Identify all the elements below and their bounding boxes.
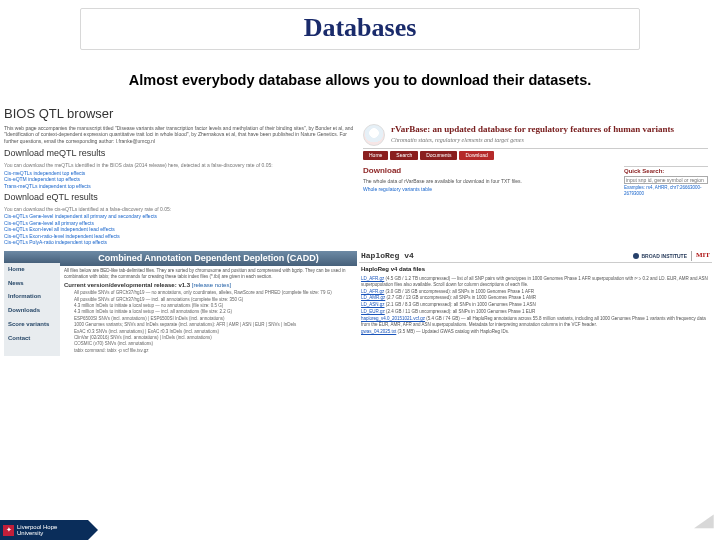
bios-links2: Cis-eQTLs Gene-level independent all pri… xyxy=(4,213,357,246)
bios-link[interactable]: Cis-eQTLs PolyA-ratio independent top ef… xyxy=(4,239,357,246)
cadd-intro: All files below are BED-like tab-delimit… xyxy=(64,268,353,280)
rvar-search-input[interactable] xyxy=(624,176,708,184)
bios-heading: BIOS QTL browser xyxy=(4,106,357,123)
title-card: Databases xyxy=(80,8,640,50)
rvar-logo-icon xyxy=(363,124,385,146)
rvar-nav-home[interactable]: Home xyxy=(363,151,388,160)
haplo-link[interactable]: gwas_04.2025.txt xyxy=(361,329,396,334)
haplo-line: gwas_04.2025.txt (3.5 MB) — Updated GWAS… xyxy=(361,329,710,335)
cadd-item: 1000 Genomes variants; SNVs and InDels s… xyxy=(74,322,353,328)
rvar-header: rVarBase: an updated database for regula… xyxy=(363,124,708,149)
haplo-link[interactable]: LD_AMR.gz xyxy=(361,295,385,300)
broad-logo-icon: BROAD INSTITUTE xyxy=(633,253,687,260)
cadd-menu-downloads[interactable]: Downloads xyxy=(4,304,60,318)
rvar-dl-link[interactable]: Whole regulatory variants table xyxy=(363,186,618,193)
cadd-item: All possible SNVs of GRCh37/hg19 — incl.… xyxy=(74,297,353,303)
bios-qtl-panel: BIOS QTL browser This web page accompani… xyxy=(4,106,357,249)
haplo-line: haploreg_v4.0_20151021.vcf.gz (5.4 GB / … xyxy=(361,316,710,328)
haplo-link[interactable]: LD_ASN.gz xyxy=(361,302,385,307)
rvar-dl-heading: Download xyxy=(363,166,618,176)
bios-sec2-sub: You can download the cis-eQTLs identifie… xyxy=(4,206,357,213)
cadd-title: Combined Annotation Dependent Depletion … xyxy=(60,251,357,267)
haplo-line: LD_EUR.gz (2.4 GB / 11 GB uncompressed):… xyxy=(361,309,710,315)
rvarbase-panel: rVarBase: an updated database for regula… xyxy=(359,106,712,249)
bios-link[interactable]: Trans-meQTLs independent top effects xyxy=(4,183,357,190)
haplo-line: LD_AMR.gz (2.7 GB / 13 GB uncompressed):… xyxy=(361,295,710,301)
bios-intro: This web page accompanies the manuscript… xyxy=(4,125,357,145)
rvar-nav: Home Search Documents Download xyxy=(363,151,708,160)
page-title: Databases xyxy=(81,13,639,43)
cadd-item: ExAC r0.3 SNVs (incl. annotations) | ExA… xyxy=(74,329,353,335)
haplo-link[interactable]: haploreg_v4.0_20151021.vcf.gz xyxy=(361,316,425,321)
haplo-link[interactable]: LD_EUR.gz xyxy=(361,309,385,314)
cadd-menu-score[interactable]: Score variants xyxy=(4,318,60,332)
haploreg-panel: HaploReg v4 BROAD INSTITUTE MIT HaploReg… xyxy=(359,251,712,356)
crest-icon: ✦ xyxy=(3,525,14,536)
cadd-item: 4.3 million InDels to initiate a local s… xyxy=(74,309,353,315)
haplo-line: LD_AFR.gz (4.5 GB / 1.2 TB uncompressed)… xyxy=(361,276,710,288)
rvar-nav-search[interactable]: Search xyxy=(390,151,418,160)
screenshot-grid: BIOS QTL browser This web page accompani… xyxy=(0,106,720,356)
rvar-title: rVarBase: an updated database for regula… xyxy=(391,124,674,136)
rvar-dl-text: The whole data of rVarBase are available… xyxy=(363,178,618,185)
cadd-menu-information[interactable]: Information xyxy=(4,290,60,304)
cadd-release-notes-link[interactable]: [release notes] xyxy=(192,282,231,288)
cadd-item: COSMIC (v70) SNVs (incl. annotations) xyxy=(74,341,353,347)
cadd-panel: Home News Information Downloads Score va… xyxy=(4,251,357,356)
haplo-header: HaploReg v4 BROAD INSTITUTE MIT xyxy=(359,251,712,263)
cadd-menu-contact[interactable]: Contact xyxy=(4,332,60,346)
rvar-quicksearch-label: Quick Search: xyxy=(624,166,708,176)
bios-sec1-sub: You can download the meQTLs identified i… xyxy=(4,162,357,169)
bios-links1: Cis-meQTLs independent top effects Cis-e… xyxy=(4,170,357,190)
cadd-menu-home[interactable]: Home xyxy=(4,263,60,277)
bios-sec2: Download eQTL results xyxy=(4,192,357,204)
haplo-link[interactable]: LD_AFR.gz xyxy=(361,276,384,281)
cadd-sidebar: Home News Information Downloads Score va… xyxy=(4,251,60,356)
cadd-item: tabix command: tabix -p vcf file.tsv.gz xyxy=(74,348,353,354)
cadd-item: 4.3 million InDels to initiate a local s… xyxy=(74,303,353,309)
cadd-item: ClinVar (02/2016) SNVs (incl. annotation… xyxy=(74,335,353,341)
page-subtitle: Almost everybody database allows you to … xyxy=(0,72,720,88)
liverpool-hope-logo: ✦ Liverpool Hope University xyxy=(0,520,88,540)
slide-corner-icon: ◢ xyxy=(694,510,714,532)
haplo-name: HaploReg v4 xyxy=(361,251,414,261)
rvar-body: Download The whole data of rVarBase are … xyxy=(363,166,708,197)
haplo-section: HaploReg v4 data files xyxy=(361,266,710,274)
rvar-subtitle: Chromatin states, regulatory elements an… xyxy=(391,137,674,145)
haplo-line: LD_AFR.gz (3.0 GB / 18 GB uncompressed):… xyxy=(361,289,710,295)
rvar-nav-documents[interactable]: Documents xyxy=(420,151,457,160)
rvar-examples: Examples: rs4, AHRR, chr7:26663000-26793… xyxy=(624,185,708,197)
footer: ✦ Liverpool Hope University xyxy=(0,518,720,540)
bios-sec1: Download meQTL results xyxy=(4,148,357,160)
cadd-release: Current version/developmental release: v… xyxy=(64,282,353,290)
rvar-nav-download[interactable]: Download xyxy=(459,151,493,160)
mit-logo-icon: MIT xyxy=(691,251,710,260)
cadd-item: ESP6500SI SNVs (incl. annotations) | ESP… xyxy=(74,316,353,322)
cadd-file-list: All possible SNVs of GRCh37/hg19 — no an… xyxy=(64,290,353,353)
haplo-line: LD_ASN.gz (2.1 GB / 8.3 GB uncompressed)… xyxy=(361,302,710,308)
cadd-menu-news[interactable]: News xyxy=(4,277,60,291)
cadd-item: All possible SNVs of GRCh37/hg19 — no an… xyxy=(74,290,353,296)
haplo-link[interactable]: LD_AFR.gz xyxy=(361,289,384,294)
